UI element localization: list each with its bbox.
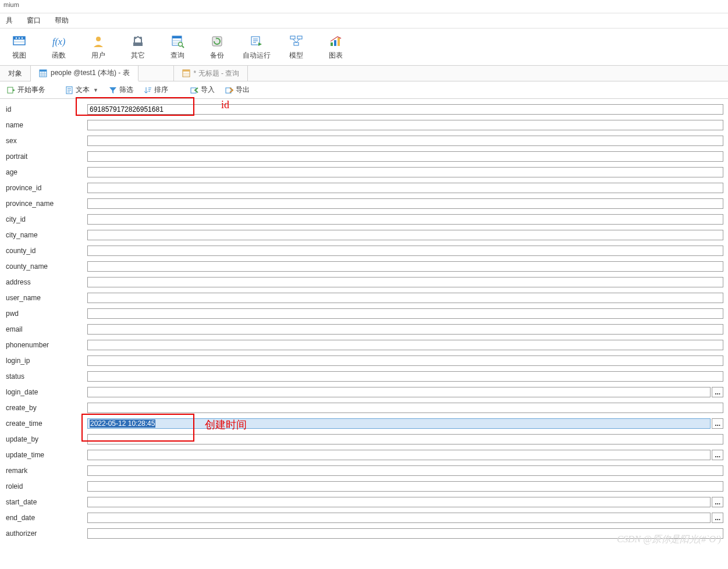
field-cell	[87, 355, 723, 366]
view-icon	[11, 33, 27, 49]
field-row-pwd: pwd	[5, 305, 723, 321]
svg-rect-8	[133, 42, 143, 46]
begin-transaction-button[interactable]: 开始事务	[3, 84, 49, 96]
tool-other[interactable]: 其它	[119, 31, 157, 63]
svg-rect-12	[172, 36, 182, 38]
field-input-county_name[interactable]	[87, 261, 723, 272]
ellipsis-button[interactable]: ...	[712, 418, 723, 429]
tool-backup[interactable]: 备份	[198, 31, 236, 63]
export-icon	[225, 86, 233, 94]
field-input-county_id[interactable]	[87, 246, 723, 256]
svg-rect-37	[183, 70, 190, 72]
ellipsis-button[interactable]: ...	[712, 450, 723, 460]
tab-query[interactable]: * 无标题 - 查询	[173, 66, 248, 81]
field-input-login_date[interactable]	[87, 387, 711, 397]
field-input-portrait[interactable]	[87, 151, 723, 162]
field-label: county_name	[5, 262, 87, 271]
field-input-start_date[interactable]	[87, 497, 711, 507]
auto-icon	[248, 33, 265, 49]
field-row-update_time: update_time...	[5, 447, 723, 463]
field-cell	[87, 214, 723, 225]
field-input-email[interactable]	[87, 324, 723, 335]
menu-help[interactable]: 帮助	[55, 16, 69, 26]
field-input-roleid[interactable]	[87, 481, 723, 492]
tool-auto[interactable]: 自动运行	[237, 31, 276, 63]
tab-table[interactable]: people @test1 (本地) - 表	[31, 66, 139, 81]
begin-transaction-label: 开始事务	[17, 85, 45, 95]
field-row-roleid: roleid	[5, 478, 723, 494]
field-input-login_ip[interactable]	[87, 355, 723, 366]
field-row-city_name: city_name	[5, 227, 723, 243]
sort-button[interactable]: 排序	[140, 84, 172, 96]
field-input-province_name[interactable]	[87, 198, 723, 209]
tool-label: 函数	[52, 51, 66, 61]
field-row-portrait: portrait	[5, 148, 723, 164]
field-label: county_id	[5, 247, 87, 255]
field-row-create_time: create_time2022-05-12 10:28:45...	[5, 415, 723, 431]
ellipsis-button[interactable]: ...	[712, 497, 723, 507]
svg-point-15	[179, 42, 183, 47]
svg-rect-23	[297, 36, 302, 39]
import-icon	[190, 86, 198, 94]
field-input-create_time[interactable]: 2022-05-12 10:28:45	[87, 418, 711, 429]
field-input-province_id[interactable]	[87, 183, 723, 193]
field-label: city_id	[5, 215, 87, 223]
tool-user[interactable]: 用户	[79, 31, 118, 63]
field-input-name[interactable]	[87, 120, 723, 130]
field-input-id[interactable]	[87, 104, 723, 115]
svg-rect-24	[294, 42, 299, 45]
text-button[interactable]: 文本 ▼	[62, 84, 102, 96]
table-icon	[39, 69, 47, 77]
query-icon	[182, 69, 190, 77]
field-label: authorizer	[5, 529, 87, 538]
tab-table-label: people @test1 (本地) - 表	[51, 68, 130, 78]
field-input-phonenumber[interactable]	[87, 340, 723, 350]
field-label: email	[5, 325, 87, 333]
export-button[interactable]: 导出	[222, 84, 253, 96]
text-label: 文本	[76, 85, 90, 95]
field-input-create_by[interactable]	[87, 403, 723, 413]
menu-tools[interactable]: 具	[6, 16, 13, 26]
field-input-age[interactable]	[87, 167, 723, 177]
tool-view[interactable]: 视图	[0, 31, 38, 63]
field-row-province_name: province_name	[5, 195, 723, 211]
tool-model[interactable]: 模型	[277, 31, 315, 63]
field-cell	[87, 261, 723, 272]
field-label: id	[5, 105, 87, 113]
svg-point-4	[22, 37, 23, 39]
field-input-city_id[interactable]	[87, 214, 723, 225]
field-input-city_name[interactable]	[87, 230, 723, 240]
menu-window[interactable]: 窗口	[27, 16, 41, 26]
tool-query[interactable]: 查询	[158, 31, 197, 63]
field-cell	[87, 136, 723, 146]
field-input-remark[interactable]	[87, 465, 723, 476]
svg-point-10	[140, 37, 142, 39]
filter-button[interactable]: 筛选	[105, 84, 137, 96]
tool-label: 视图	[12, 51, 26, 61]
field-input-pwd[interactable]	[87, 308, 723, 319]
field-label: address	[5, 278, 87, 286]
import-button[interactable]: 导入	[187, 84, 218, 96]
field-cell	[87, 104, 723, 115]
field-row-age: age	[5, 164, 723, 180]
ellipsis-button[interactable]: ...	[712, 387, 723, 397]
tool-chart[interactable]: 图表	[317, 31, 355, 63]
field-input-user_name[interactable]	[87, 293, 723, 303]
field-input-status[interactable]	[87, 371, 723, 382]
field-input-end_date[interactable]	[87, 513, 711, 523]
ellipsis-button[interactable]: ...	[712, 513, 723, 523]
filter-icon	[109, 86, 117, 94]
field-input-sex[interactable]	[87, 136, 723, 146]
field-input-update_by[interactable]	[87, 434, 723, 444]
field-label: portrait	[5, 152, 87, 161]
field-row-email: email	[5, 321, 723, 337]
svg-text:f(x): f(x)	[52, 37, 65, 47]
tool-function[interactable]: f(x)函数	[40, 31, 78, 63]
field-input-update_time[interactable]	[87, 450, 711, 460]
tab-objects[interactable]: 对象	[0, 66, 31, 81]
field-input-address[interactable]	[87, 277, 723, 287]
svg-line-25	[293, 39, 296, 42]
query-icon	[169, 33, 186, 49]
field-cell	[87, 198, 723, 209]
field-row-name: name	[5, 117, 723, 133]
